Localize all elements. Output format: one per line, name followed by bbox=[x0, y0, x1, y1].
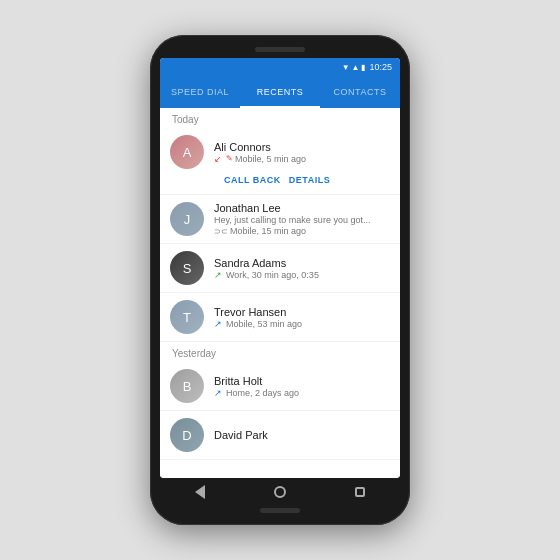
tab-contacts[interactable]: CONTACTS bbox=[320, 76, 400, 108]
battery-icon: ▮ bbox=[361, 63, 365, 72]
avatar-jonathan-lee: J bbox=[170, 202, 204, 236]
signal-icon: ▼ bbox=[342, 63, 350, 72]
section-yesterday: Yesterday bbox=[160, 342, 400, 362]
avatar-sandra-adams: S bbox=[170, 251, 204, 285]
call-item-ali-connors[interactable]: A Ali Connors ↙ ✎ Mobile, 5 min ago CALL… bbox=[160, 128, 400, 195]
avatar-ali-connors: A bbox=[170, 135, 204, 169]
call-item-britta-holt[interactable]: B Britta Holt ↗ Home, 2 days ago bbox=[160, 362, 400, 411]
phone-screen: ▼ ▲ ▮ 10:25 SPEED DIAL RECENTS CONTACTS … bbox=[160, 58, 400, 478]
home-button[interactable] bbox=[272, 484, 288, 500]
avatar-britta-holt: B bbox=[170, 369, 204, 403]
speaker bbox=[255, 47, 305, 52]
call-item-david-park[interactable]: D David Park bbox=[160, 411, 400, 460]
home-icon bbox=[274, 486, 286, 498]
section-today: Today bbox=[160, 108, 400, 128]
details-button[interactable]: DETAILS bbox=[289, 173, 330, 187]
call-name: Jonathan Lee bbox=[214, 202, 390, 214]
call-detail: ↗ Work, 30 min ago, 0:35 bbox=[214, 270, 390, 280]
call-back-button[interactable]: CALL BACK bbox=[224, 173, 281, 187]
phone-device: ▼ ▲ ▮ 10:25 SPEED DIAL RECENTS CONTACTS … bbox=[150, 35, 410, 525]
call-item-trevor-hansen[interactable]: T Trevor Hansen ↗ Mobile, 53 min ago bbox=[160, 293, 400, 342]
call-info-trevor-hansen: Trevor Hansen ↗ Mobile, 53 min ago bbox=[214, 306, 390, 329]
missed-icon: ↙ bbox=[214, 154, 222, 164]
back-icon bbox=[195, 485, 205, 499]
call-detail: ⊃⊂ Mobile, 15 min ago bbox=[214, 226, 390, 236]
call-name: Britta Holt bbox=[214, 375, 390, 387]
time-display: 10:25 bbox=[369, 62, 392, 72]
recents-list: Today A Ali Connors ↙ ✎ Mobile, 5 min ag… bbox=[160, 108, 400, 478]
avatar-trevor-hansen: T bbox=[170, 300, 204, 334]
incoming-icon: ↗ bbox=[214, 270, 222, 280]
call-item-jonathan-lee[interactable]: J Jonathan Lee Hey, just calling to make… bbox=[160, 195, 400, 244]
outgoing-icon: ↗ bbox=[214, 319, 222, 329]
call-info-britta-holt: Britta Holt ↗ Home, 2 days ago bbox=[214, 375, 390, 398]
recents-button[interactable] bbox=[352, 484, 368, 500]
wifi-icon: ▲ bbox=[352, 63, 360, 72]
call-type-icon: ✎ bbox=[226, 154, 233, 163]
voicemail-icon: ⊃⊂ bbox=[214, 227, 228, 236]
call-detail: ↗ Mobile, 53 min ago bbox=[214, 319, 390, 329]
status-bar: ▼ ▲ ▮ 10:25 bbox=[160, 58, 400, 76]
tab-bar: SPEED DIAL RECENTS CONTACTS bbox=[160, 76, 400, 108]
call-info-ali-connors: Ali Connors ↙ ✎ Mobile, 5 min ago bbox=[214, 141, 390, 164]
call-name: Ali Connors bbox=[214, 141, 390, 153]
outgoing-icon: ↗ bbox=[214, 388, 222, 398]
call-detail: ↙ ✎ Mobile, 5 min ago bbox=[214, 154, 390, 164]
call-name: David Park bbox=[214, 429, 390, 441]
tab-recents[interactable]: RECENTS bbox=[240, 76, 320, 108]
avatar-david-park: D bbox=[170, 418, 204, 452]
call-name: Trevor Hansen bbox=[214, 306, 390, 318]
tab-speed-dial[interactable]: SPEED DIAL bbox=[160, 76, 240, 108]
call-item-sandra-adams[interactable]: S Sandra Adams ↗ Work, 30 min ago, 0:35 bbox=[160, 244, 400, 293]
action-row-ali: CALL BACK DETAILS bbox=[170, 169, 390, 194]
back-button[interactable] bbox=[192, 484, 208, 500]
phone-nav-bar bbox=[160, 478, 400, 504]
status-icons: ▼ ▲ ▮ bbox=[342, 63, 366, 72]
call-info-sandra-adams: Sandra Adams ↗ Work, 30 min ago, 0:35 bbox=[214, 257, 390, 280]
recents-icon bbox=[355, 487, 365, 497]
call-detail: ↗ Home, 2 days ago bbox=[214, 388, 390, 398]
call-info-david-park: David Park bbox=[214, 429, 390, 441]
phone-home-bar bbox=[260, 508, 300, 513]
call-name: Sandra Adams bbox=[214, 257, 390, 269]
call-message: Hey, just calling to make sure you got..… bbox=[214, 215, 390, 225]
call-info-jonathan-lee: Jonathan Lee Hey, just calling to make s… bbox=[214, 202, 390, 236]
